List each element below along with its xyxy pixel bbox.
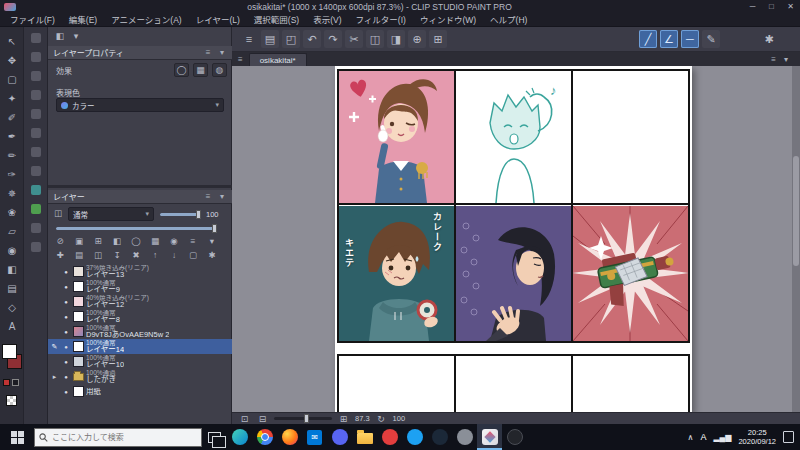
- panel-menu-icon[interactable]: [203, 192, 213, 201]
- visibility-eye-icon[interactable]: [61, 269, 71, 275]
- reference-layer-icon[interactable]: [90, 235, 106, 247]
- sub-tool-icon[interactable]: [31, 242, 41, 252]
- sub-color-swatch[interactable]: [3, 379, 10, 386]
- brush-tool-icon[interactable]: [3, 166, 21, 182]
- pen-tool-icon[interactable]: [3, 128, 21, 144]
- visibility-eye-icon[interactable]: [61, 299, 71, 305]
- sub-tool-icon[interactable]: [31, 109, 41, 119]
- taskbar-app-edge[interactable]: [227, 424, 252, 450]
- sub-tool-icon[interactable]: [31, 166, 41, 176]
- clip-to-below-icon[interactable]: [71, 235, 87, 247]
- dock-menu-icon[interactable]: [69, 29, 83, 42]
- taskbar-app-obs[interactable]: [502, 424, 527, 450]
- network-icon[interactable]: [713, 433, 731, 442]
- tab-dropdown-icon[interactable]: [782, 53, 790, 66]
- visibility-eye-icon[interactable]: [61, 314, 71, 320]
- draft-layer-icon[interactable]: [147, 235, 163, 247]
- eyedropper-tool-icon[interactable]: [3, 109, 21, 125]
- document-tab[interactable]: osikakitai*: [249, 53, 307, 66]
- visibility-eye-icon[interactable]: [61, 389, 71, 395]
- undo-icon[interactable]: [303, 30, 321, 48]
- new-folder-icon[interactable]: [71, 249, 87, 261]
- canvas-scrollbar[interactable]: [792, 66, 800, 412]
- layer-row[interactable]: 37%焼き込み(リニア)レイヤー13: [48, 264, 232, 279]
- sub-tool-icon[interactable]: [31, 223, 41, 233]
- marquee-tool-icon[interactable]: [3, 71, 21, 87]
- panel-collapse-icon[interactable]: [217, 192, 227, 201]
- move-up-icon[interactable]: [147, 249, 163, 261]
- menu-window[interactable]: ウィンドウ(W): [413, 13, 483, 27]
- menu-filter[interactable]: フィルター(I): [349, 13, 413, 27]
- sub-tool-icon[interactable]: [31, 52, 41, 62]
- lock-layer-icon[interactable]: [109, 235, 125, 247]
- sub-tool-icon[interactable]: [31, 71, 41, 81]
- folder-expand-icon[interactable]: [50, 373, 59, 381]
- taskbar-app-chrome[interactable]: [252, 424, 277, 450]
- operation-tool-icon[interactable]: [3, 33, 21, 49]
- blend-tool-icon[interactable]: [3, 242, 21, 258]
- menu-help[interactable]: ヘルプ(H): [483, 13, 534, 27]
- save-icon[interactable]: [282, 30, 300, 48]
- transparent-color-swatch[interactable]: [6, 395, 17, 406]
- menu-selection[interactable]: 選択範囲(S): [247, 13, 306, 27]
- gradient-tool-icon[interactable]: [3, 280, 21, 296]
- grid-icon[interactable]: [429, 30, 447, 48]
- tray-expand-icon[interactable]: [688, 433, 694, 442]
- opacity-slider[interactable]: [56, 227, 216, 230]
- panel-menu-icon[interactable]: [203, 48, 213, 57]
- layer-row[interactable]: 100%通常レイヤー9: [48, 279, 232, 294]
- delete-layer-icon[interactable]: [128, 249, 144, 261]
- sub-tool-icon[interactable]: [31, 147, 41, 157]
- layer-mask-icon[interactable]: [52, 235, 68, 247]
- snap-horizontal-icon[interactable]: [681, 30, 699, 48]
- menu-file[interactable]: ファイル(F): [3, 13, 62, 27]
- start-button[interactable]: [0, 424, 34, 450]
- visibility-eye-icon[interactable]: [61, 284, 71, 290]
- zoom-icon[interactable]: [408, 30, 426, 48]
- layer-row[interactable]: 40%焼き込み(リニア)レイヤー12: [48, 294, 232, 309]
- task-view-button[interactable]: [202, 424, 227, 450]
- taskbar-clock[interactable]: 20:25 2020/09/12: [738, 428, 776, 447]
- tab-overflow-icon[interactable]: [769, 53, 778, 66]
- fill-tool-icon[interactable]: [3, 261, 21, 277]
- visibility-eye-icon[interactable]: [61, 344, 71, 350]
- lock-transparent-icon[interactable]: [128, 235, 144, 247]
- copy-icon[interactable]: [366, 30, 384, 48]
- zoom-in-icon[interactable]: [337, 413, 350, 424]
- two-pane-icon[interactable]: [185, 235, 201, 247]
- layer-row-folder[interactable]: 100%通過したがき: [48, 369, 232, 384]
- fit-to-window-icon[interactable]: [238, 413, 251, 424]
- move-down-icon[interactable]: [166, 249, 182, 261]
- layer-row[interactable]: 100%通常D9vT8JあOvAAE9N5w 2: [48, 324, 232, 339]
- tone-effect-icon[interactable]: [193, 63, 208, 77]
- snap-angle-icon[interactable]: [660, 30, 678, 48]
- minimize-button[interactable]: ─: [743, 0, 762, 13]
- taskbar-search[interactable]: [34, 428, 202, 447]
- duplicate-layer-icon[interactable]: [90, 249, 106, 261]
- taskbar-app-misc[interactable]: [452, 424, 477, 450]
- taskbar-app-steam[interactable]: [427, 424, 452, 450]
- layer-row[interactable]: 100%通常レイヤー10: [48, 354, 232, 369]
- sub-tool-icon[interactable]: [31, 185, 41, 195]
- settings-icon[interactable]: [760, 30, 778, 48]
- ime-indicator[interactable]: A: [700, 432, 706, 442]
- figure-tool-icon[interactable]: [3, 299, 21, 315]
- close-button[interactable]: ✕: [781, 0, 800, 13]
- panel-collapse-icon[interactable]: [217, 48, 227, 57]
- canvas-viewport[interactable]: ♪: [232, 66, 800, 412]
- taskbar-app-discord[interactable]: [327, 424, 352, 450]
- taskbar-app-mail[interactable]: [302, 424, 327, 450]
- visibility-eye-icon[interactable]: [61, 374, 71, 380]
- visibility-eye-icon[interactable]: [61, 329, 71, 335]
- taskbar-app-explorer[interactable]: [352, 424, 377, 450]
- merge-down-icon[interactable]: [109, 249, 125, 261]
- text-tool-icon[interactable]: [3, 318, 21, 334]
- tab-list-icon[interactable]: [236, 53, 245, 66]
- new-file-icon[interactable]: [261, 30, 279, 48]
- layer-row[interactable]: 100%通常レイヤー8: [48, 309, 232, 324]
- taskbar-app-firefox[interactable]: [277, 424, 302, 450]
- line-correct-icon[interactable]: [702, 30, 720, 48]
- palette-color-icon[interactable]: [166, 235, 182, 247]
- maximize-button[interactable]: □: [762, 0, 781, 13]
- zoom-out-icon[interactable]: [256, 413, 269, 424]
